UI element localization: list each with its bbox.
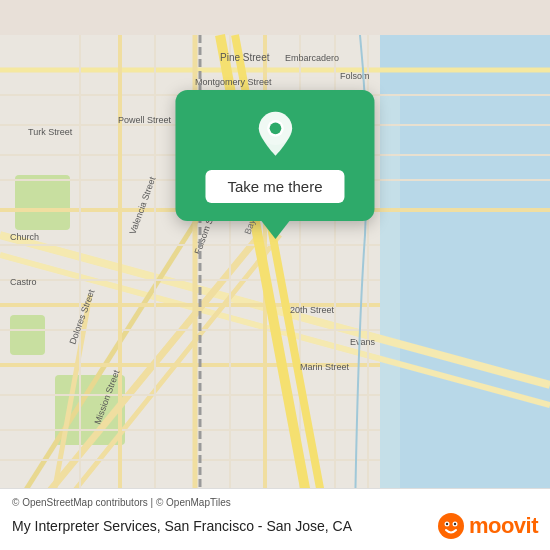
svg-text:Marin Street: Marin Street xyxy=(300,362,350,372)
svg-point-62 xyxy=(446,523,448,525)
service-name: My Interpreter Services, San Francisco -… xyxy=(12,518,352,534)
map-background: Pine Street Embarcadero Folsom Montgomer… xyxy=(0,0,550,550)
svg-text:Church: Church xyxy=(10,232,39,242)
map-container: Pine Street Embarcadero Folsom Montgomer… xyxy=(0,0,550,550)
svg-point-59 xyxy=(438,513,464,539)
svg-point-63 xyxy=(454,523,456,525)
svg-text:Castro: Castro xyxy=(10,277,37,287)
svg-text:Pine Street: Pine Street xyxy=(220,52,270,63)
moovit-logo: moovit xyxy=(437,512,538,540)
take-me-there-button[interactable]: Take me there xyxy=(205,170,344,203)
popup-box: Take me there xyxy=(175,90,374,221)
svg-text:Evans: Evans xyxy=(350,337,376,347)
moovit-brand-text: moovit xyxy=(469,513,538,539)
svg-rect-3 xyxy=(15,175,70,230)
svg-text:Folsom: Folsom xyxy=(340,71,370,81)
svg-rect-5 xyxy=(10,315,45,355)
svg-text:Montgomery Street: Montgomery Street xyxy=(195,77,272,87)
map-attribution: © OpenStreetMap contributors | © OpenMap… xyxy=(12,497,538,508)
bottom-bar: © OpenStreetMap contributors | © OpenMap… xyxy=(0,488,550,550)
svg-text:Embarcadero: Embarcadero xyxy=(285,53,339,63)
svg-rect-0 xyxy=(380,35,550,515)
popup-card: Take me there xyxy=(175,90,374,239)
service-name-row: My Interpreter Services, San Francisco -… xyxy=(12,512,538,540)
popup-tail xyxy=(261,221,289,239)
location-pin-icon xyxy=(250,110,300,160)
svg-text:20th Street: 20th Street xyxy=(290,305,335,315)
moovit-brand-icon xyxy=(437,512,465,540)
svg-text:Turk Street: Turk Street xyxy=(28,127,73,137)
svg-text:Powell Street: Powell Street xyxy=(118,115,172,125)
svg-point-58 xyxy=(269,123,281,135)
